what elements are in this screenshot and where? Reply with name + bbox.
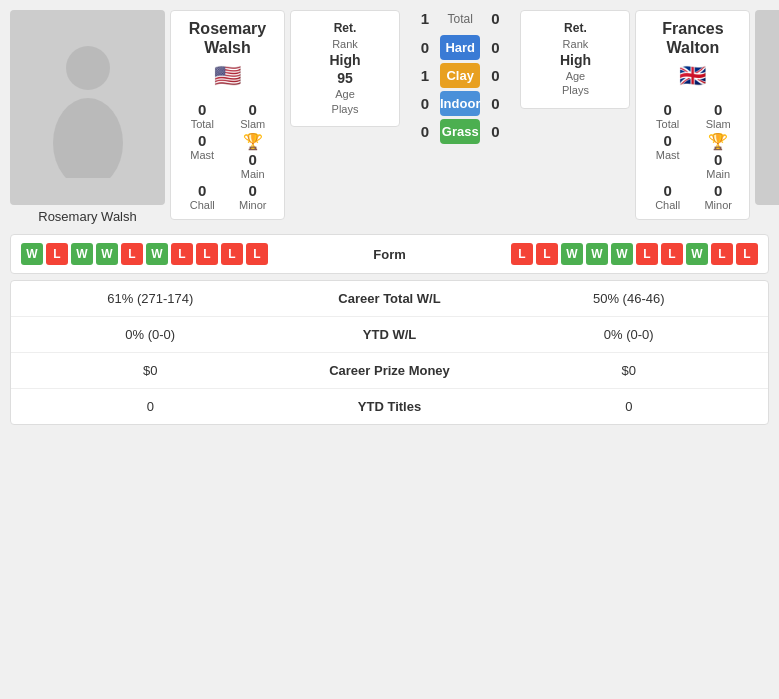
court-score-left: 0 — [410, 123, 440, 140]
left-form-badge: W — [71, 243, 93, 265]
right-form-badge: L — [661, 243, 683, 265]
left-form-badge: W — [96, 243, 118, 265]
left-player-photo — [10, 10, 165, 205]
stat-left-0: 61% (271-174) — [11, 291, 290, 306]
court-row-clay: 1 Clay 0 — [410, 63, 510, 88]
left-player-flag: 🇺🇸 — [214, 63, 241, 89]
stat-label-0: Career Total W/L — [290, 291, 490, 306]
left-mast-val: 0 Mast — [183, 132, 222, 180]
left-form-badge: L — [246, 243, 268, 265]
stat-label-3: YTD Titles — [290, 399, 490, 414]
left-player-info-card: Rosemary Walsh 🇺🇸 0 Total 0 Slam 0 Mast — [170, 10, 285, 220]
court-score-right: 0 — [480, 39, 510, 56]
court-score-right: 0 — [480, 95, 510, 112]
left-slam-val: 0 Slam — [234, 101, 273, 130]
left-rank-stat: Ret. Rank — [332, 21, 358, 51]
left-age-stat: 95 Age — [335, 69, 355, 101]
stats-row-2: $0 Career Prize Money $0 — [11, 353, 768, 389]
center-courts-section: 1 Total 0 0 Hard 0 1 Clay 0 0 Indoor 0 0… — [405, 10, 515, 147]
left-form-badge: W — [146, 243, 168, 265]
right-form-badge: L — [711, 243, 733, 265]
total-score-left: 1 — [410, 10, 440, 27]
stat-right-3: 0 — [490, 399, 769, 414]
stat-left-3: 0 — [11, 399, 290, 414]
total-score-right: 0 — [480, 10, 510, 27]
right-middle-stats-card: Ret. Rank High Age Plays — [520, 10, 630, 109]
left-plays-stat: Plays — [332, 102, 359, 116]
right-form-badges: LLWWWLLWLL — [430, 243, 759, 265]
right-chall-val: 0 Chall — [648, 182, 687, 211]
right-trophy-icon: 🏆 — [708, 132, 728, 151]
left-minor-val: 0 Minor — [234, 182, 273, 211]
right-form-badge: W — [686, 243, 708, 265]
right-player-flag: 🇬🇧 — [679, 63, 706, 89]
right-trophy-main: 🏆 0 Main — [699, 132, 738, 180]
svg-point-1 — [53, 98, 123, 178]
svg-point-0 — [66, 46, 110, 90]
left-trophy-main: 🏆 0 Main — [234, 132, 273, 180]
left-player-column: Rosemary Walsh — [10, 10, 165, 224]
court-score-right: 0 — [480, 123, 510, 140]
court-row-grass: 0 Grass 0 — [410, 119, 510, 144]
stat-left-2: $0 — [11, 363, 290, 378]
right-form-badge: L — [736, 243, 758, 265]
court-score-left: 0 — [410, 39, 440, 56]
stats-row-3: 0 YTD Titles 0 — [11, 389, 768, 424]
left-form-badge: L — [221, 243, 243, 265]
stat-label-2: Career Prize Money — [290, 363, 490, 378]
court-btn-hard: Hard — [440, 35, 480, 60]
left-total-val: 0 Total — [183, 101, 222, 130]
left-form-badges: WLWWLWLLLL — [21, 243, 350, 265]
main-container: Rosemary Walsh Rosemary Walsh 🇺🇸 0 Total… — [0, 0, 779, 435]
court-row-indoor: 0 Indoor 0 — [410, 91, 510, 116]
stat-label-1: YTD W/L — [290, 327, 490, 342]
right-player-photo — [755, 10, 779, 205]
stat-right-1: 0% (0-0) — [490, 327, 769, 342]
left-player-stats: 0 Total 0 Slam 0 Mast 🏆 0 Main 0 — [183, 101, 272, 211]
right-player-name: Frances Walton — [662, 19, 723, 57]
left-form-badge: L — [196, 243, 218, 265]
stat-right-0: 50% (46-46) — [490, 291, 769, 306]
right-total-val: 0 Total — [648, 101, 687, 130]
stats-table: 61% (271-174) Career Total W/L 50% (46-4… — [10, 280, 769, 425]
stats-row-0: 61% (271-174) Career Total W/L 50% (46-4… — [11, 281, 768, 317]
right-form-badge: W — [611, 243, 633, 265]
right-form-badge: L — [536, 243, 558, 265]
right-player-column: Frances Walton — [755, 10, 779, 224]
stats-row-1: 0% (0-0) YTD W/L 0% (0-0) — [11, 317, 768, 353]
court-row-hard: 0 Hard 0 — [410, 35, 510, 60]
left-chall-val: 0 Chall — [183, 182, 222, 211]
form-section: WLWWLWLLLL Form LLWWWLLWLL — [10, 234, 769, 274]
right-plays-stat: Plays — [562, 83, 589, 97]
total-row: 1 Total 0 — [410, 10, 510, 27]
left-form-badge: L — [121, 243, 143, 265]
players-section: Rosemary Walsh Rosemary Walsh 🇺🇸 0 Total… — [10, 10, 769, 224]
left-player-name: Rosemary Walsh — [189, 19, 266, 57]
right-minor-val: 0 Minor — [699, 182, 738, 211]
court-btn-indoor: Indoor — [440, 91, 480, 116]
right-form-badge: L — [511, 243, 533, 265]
right-player-stats: 0 Total 0 Slam 0 Mast 🏆 0 Main 0 — [648, 101, 737, 211]
left-form-badge: W — [21, 243, 43, 265]
left-player-name-below: Rosemary Walsh — [38, 209, 136, 224]
stat-left-1: 0% (0-0) — [11, 327, 290, 342]
court-score-left: 1 — [410, 67, 440, 84]
form-label: Form — [350, 247, 430, 262]
left-trophy-icon: 🏆 — [243, 132, 263, 151]
right-form-badge: W — [586, 243, 608, 265]
court-btn-grass: Grass — [440, 119, 480, 144]
court-rows: 0 Hard 0 1 Clay 0 0 Indoor 0 0 Grass 0 — [410, 35, 510, 147]
court-score-left: 0 — [410, 95, 440, 112]
right-form-badge: W — [561, 243, 583, 265]
total-label: Total — [440, 12, 480, 26]
court-btn-clay: Clay — [440, 63, 480, 88]
right-age-stat: Age — [566, 69, 586, 83]
right-high-stat: High — [560, 51, 591, 69]
stat-right-2: $0 — [490, 363, 769, 378]
left-middle-stats-card: Ret. Rank High 95 Age Plays — [290, 10, 400, 127]
right-player-info-card: Frances Walton 🇬🇧 0 Total 0 Slam 0 Mast — [635, 10, 750, 220]
left-high-stat: High — [329, 51, 360, 69]
right-slam-val: 0 Slam — [699, 101, 738, 130]
left-form-badge: L — [171, 243, 193, 265]
court-score-right: 0 — [480, 67, 510, 84]
